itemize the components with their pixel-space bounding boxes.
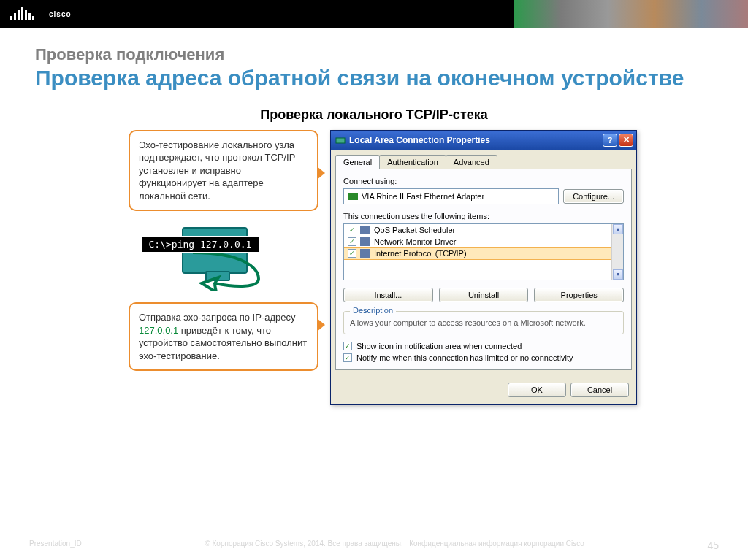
nic-icon bbox=[348, 193, 358, 200]
tab-authentication[interactable]: Authentication bbox=[379, 155, 446, 169]
show-icon-checkbox[interactable]: ✓ Show icon in notification area when co… bbox=[343, 342, 624, 350]
help-button[interactable]: ? bbox=[603, 134, 617, 147]
item-label: Network Monitor Driver bbox=[374, 237, 456, 246]
scroll-down-icon[interactable]: ▾ bbox=[613, 269, 623, 280]
network-adapter-icon bbox=[335, 135, 346, 145]
callout-send-echo: Отправка эхо-запроса по IP-адресу 127.0.… bbox=[129, 302, 318, 371]
tab-general[interactable]: General bbox=[335, 155, 380, 169]
description-text: Allows your computer to access resources… bbox=[350, 318, 617, 328]
diagram-title: Проверка локального TCP/IP-стека bbox=[35, 107, 713, 123]
description-title: Description bbox=[350, 306, 396, 315]
adapter-name: VIA Rhine II Fast Ethernet Adapter bbox=[362, 192, 484, 201]
list-item[interactable]: ✓ QoS Packet Scheduler bbox=[344, 224, 623, 236]
component-icon bbox=[360, 249, 370, 258]
notify-label: Notify me when this connection has limit… bbox=[356, 353, 573, 362]
connect-using-label: Connect using: bbox=[343, 177, 624, 185]
slide-footer: Presentation_ID © Корпорация Cisco Syste… bbox=[0, 540, 748, 551]
callout2-ip: 127.0.0.1 bbox=[139, 325, 178, 336]
item-label: QoS Packet Scheduler bbox=[374, 226, 455, 234]
footer-right: Конфиденциальная информация корпорации C… bbox=[409, 540, 584, 548]
notify-checkbox[interactable]: ✓ Notify me when this connection has lim… bbox=[343, 353, 624, 362]
component-icon bbox=[360, 237, 370, 246]
adapter-field[interactable]: VIA Rhine II Fast Ethernet Adapter bbox=[343, 188, 559, 204]
component-icon bbox=[360, 226, 370, 234]
callout2-pre: Отправка эхо-запроса по IP-адресу bbox=[139, 312, 296, 323]
scroll-up-icon[interactable]: ▴ bbox=[613, 224, 623, 234]
svg-rect-0 bbox=[336, 138, 345, 143]
scrollbar[interactable]: ▴ ▾ bbox=[611, 224, 623, 280]
checkbox-icon[interactable]: ✓ bbox=[348, 249, 356, 258]
properties-button[interactable]: Properties bbox=[534, 288, 624, 302]
footer-mid: © Корпорация Cisco Systems, 2014. Все пр… bbox=[205, 540, 402, 548]
items-label: This connection uses the following items… bbox=[343, 212, 624, 220]
checkbox-icon[interactable]: ✓ bbox=[343, 353, 352, 362]
slide-subtitle: Проверка подключения bbox=[35, 45, 713, 64]
tab-advanced[interactable]: Advanced bbox=[446, 155, 497, 169]
header-bar: cisco bbox=[0, 0, 748, 28]
page-number: 45 bbox=[707, 540, 719, 551]
titlebar[interactable]: Local Area Connection Properties ? ✕ bbox=[331, 131, 636, 150]
callout-text: Эхо-тестирование локального узла подтвер… bbox=[139, 139, 308, 203]
computer-graphic: C:\>ping 127.0.0.1 bbox=[149, 227, 280, 283]
description-group: Description Allows your computer to acce… bbox=[343, 311, 624, 334]
close-button[interactable]: ✕ bbox=[619, 134, 633, 147]
ping-command: C:\>ping 127.0.0.1 bbox=[141, 236, 260, 253]
list-item-selected[interactable]: ✓ Internet Protocol (TCP/IP) bbox=[344, 248, 623, 259]
ok-button[interactable]: OK bbox=[508, 383, 566, 397]
dialog-title: Local Area Connection Properties bbox=[349, 135, 603, 145]
uninstall-button[interactable]: Uninstall bbox=[439, 288, 529, 302]
footer-left: Presentation_ID bbox=[29, 540, 82, 551]
checkbox-icon[interactable]: ✓ bbox=[348, 226, 356, 234]
checkbox-icon[interactable]: ✓ bbox=[348, 237, 356, 246]
list-item[interactable]: ✓ Network Monitor Driver bbox=[344, 236, 623, 248]
slide-title: Проверка адреса обратной связи на оконеч… bbox=[35, 66, 713, 91]
checkbox-icon[interactable]: ✓ bbox=[343, 342, 352, 350]
components-listbox[interactable]: ✓ QoS Packet Scheduler ✓ Network Monitor… bbox=[343, 223, 624, 280]
cancel-button[interactable]: Cancel bbox=[570, 383, 629, 397]
install-button[interactable]: Install... bbox=[343, 288, 433, 302]
show-icon-label: Show icon in notification area when conn… bbox=[356, 342, 522, 350]
tab-strip: General Authentication Advanced bbox=[331, 150, 636, 169]
connection-properties-dialog: Local Area Connection Properties ? ✕ Gen… bbox=[330, 130, 637, 405]
cisco-bars-icon bbox=[10, 7, 34, 20]
configure-button[interactable]: Configure... bbox=[563, 189, 624, 204]
item-label: Internet Protocol (TCP/IP) bbox=[374, 249, 467, 258]
cisco-logo: cisco bbox=[49, 10, 72, 18]
callout-echo-test: Эхо-тестирование локального узла подтвер… bbox=[129, 130, 318, 212]
header-photo-strip bbox=[514, 0, 748, 28]
